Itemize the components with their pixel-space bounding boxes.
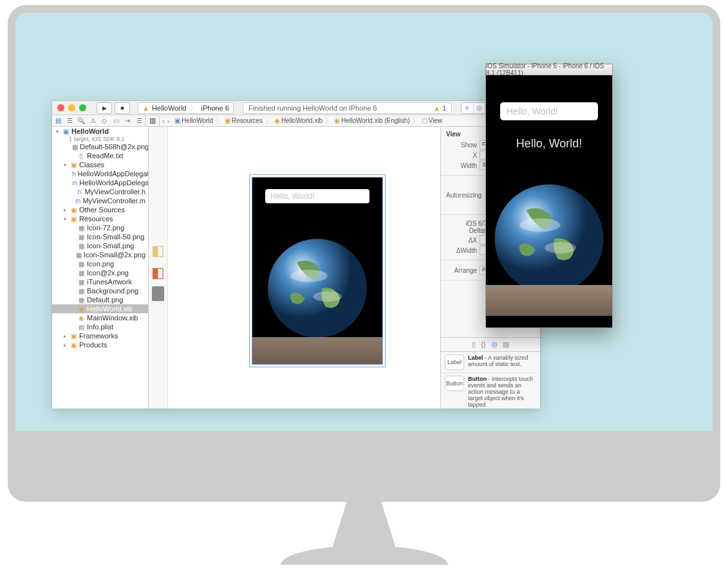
tree-item[interactable]: ▾▣Resources	[52, 214, 148, 223]
file-template-icon[interactable]: ▯	[472, 340, 476, 349]
zoom-button[interactable]	[79, 104, 86, 111]
library-tabs[interactable]: ▯ {} ◎ ▥	[441, 337, 540, 352]
symbol-navigator-icon[interactable]: ☰	[64, 115, 75, 126]
activity-status: Finished running HelloWorld on iPhone 6 …	[243, 102, 452, 114]
svg-point-5	[545, 242, 576, 253]
moon-surface	[252, 337, 382, 364]
tree-item[interactable]: mMyViewController.m	[52, 196, 148, 205]
code-snippet-icon[interactable]: {}	[481, 340, 485, 349]
issue-navigator-icon[interactable]: ⚠	[87, 115, 98, 126]
view-icon[interactable]: ▢	[152, 286, 164, 301]
simulator-textfield[interactable]: Hello, World!	[500, 102, 598, 120]
files-owner-icon[interactable]: ◧	[151, 243, 165, 259]
imac-frame: ▶ ■ ▲ HelloWorld 〉 iPhone 6 Finished run…	[0, 0, 728, 588]
project-navigator-icon[interactable]: ▤	[52, 115, 64, 126]
document-outline-strip[interactable]: ◧ ◧ ▢	[149, 127, 168, 409]
tree-item[interactable]: ▯ReadMe.txt	[52, 151, 148, 160]
svg-point-0	[268, 239, 367, 338]
stop-button[interactable]: ■	[115, 102, 130, 114]
warning-badge[interactable]: ▲ 1	[433, 104, 446, 112]
scheme-app: HelloWorld	[152, 104, 187, 112]
svg-point-3	[495, 185, 604, 293]
tree-item[interactable]: ▦Default-568h@2x.png	[52, 142, 148, 151]
tree-item[interactable]: ▤Info.plist	[52, 322, 148, 331]
tree-item[interactable]: ◉HelloWorld.xib	[52, 304, 148, 313]
object-library-icon[interactable]: ◎	[491, 340, 498, 349]
tree-item[interactable]: ▸▣Products	[52, 340, 148, 349]
project-root[interactable]: ▾ ▣ HelloWorld	[52, 127, 148, 136]
project-subtitle: 1 target, iOS SDK 8.1	[52, 136, 148, 142]
tree-item[interactable]: ◉MainWindow.xib	[52, 313, 148, 322]
library-item[interactable]: ButtonButton - Intercepts touch events a…	[441, 373, 540, 409]
xcode-titlebar: ▶ ■ ▲ HelloWorld 〉 iPhone 6 Finished run…	[52, 101, 540, 115]
navigator-selector[interactable]: ▤ ☰ 🔍 ⚠ ◇ ▭ ⇥ ☰	[52, 115, 145, 126]
tree-item[interactable]: hMyViewController.h	[52, 187, 148, 196]
xcode-window: ▶ ■ ▲ HelloWorld 〉 iPhone 6 Finished run…	[51, 100, 541, 409]
tree-item[interactable]: ▸▣Frameworks	[52, 331, 148, 340]
imac-chin	[8, 431, 720, 502]
media-library-icon[interactable]: ▥	[503, 340, 509, 349]
library-item[interactable]: LabelLabel - A variably sized amount of …	[441, 352, 540, 373]
simulator-label: Hello, World!	[486, 137, 612, 151]
scheme-destination: iPhone 6	[201, 104, 229, 112]
tab-strip: ▤ ☰ 🔍 ⚠ ◇ ▭ ⇥ ☰ ▥ ‹ › ▣HelloWorld〉 ▣Reso…	[52, 115, 540, 127]
svg-point-1	[290, 270, 328, 282]
report-navigator-icon[interactable]: ☰	[133, 115, 145, 126]
simulator-moon-surface	[486, 285, 612, 316]
tree-item[interactable]: ▦Background.png	[52, 286, 148, 295]
tree-item[interactable]: ▦iTunesArtwork	[52, 277, 148, 286]
tree-item[interactable]: ▦Icon@2x.png	[52, 268, 148, 277]
traffic-lights	[57, 104, 86, 111]
tree-item[interactable]: mHelloWorldAppDelegate.m	[52, 178, 148, 187]
tree-item[interactable]: ▾▣Classes	[52, 160, 148, 169]
debug-navigator-icon[interactable]: ▭	[110, 115, 122, 126]
run-button[interactable]: ▶	[97, 102, 112, 114]
tree-item[interactable]: ▦Icon-Small@2x.png	[52, 250, 148, 259]
simulator-earth-image	[492, 182, 606, 295]
earth-image	[266, 237, 369, 340]
object-library[interactable]: LabelLabel - A variably sized amount of …	[441, 352, 540, 409]
imac-stand	[281, 498, 448, 576]
project-navigator[interactable]: ▾ ▣ HelloWorld 1 target, iOS SDK 8.1 ▦De…	[52, 127, 149, 409]
imac-screen: ▶ ■ ▲ HelloWorld 〉 iPhone 6 Finished run…	[8, 5, 720, 436]
breakpoint-navigator-icon[interactable]: ⇥	[122, 115, 133, 126]
tree-item[interactable]: ▦Icon-Small-50.png	[52, 232, 148, 241]
warning-icon: ▲	[433, 104, 440, 112]
svg-point-4	[519, 218, 560, 232]
simulator-screen[interactable]: Hello, World! Hello, World!	[486, 75, 612, 327]
test-navigator-icon[interactable]: ◇	[98, 115, 110, 126]
tree-item[interactable]: ▦Default.png	[52, 295, 148, 304]
tree-item[interactable]: ▦Icon-72.png	[52, 223, 148, 232]
svg-point-2	[313, 291, 342, 302]
outline-toggle[interactable]: ▥	[145, 115, 160, 126]
tree-item[interactable]: ▦Icon-Small.png	[52, 241, 148, 250]
scheme-selector[interactable]: ▲ HelloWorld 〉 iPhone 6	[138, 102, 234, 114]
tree-item[interactable]: ▸▣Other Sources	[52, 205, 148, 214]
view-content[interactable]: Hello, World!	[252, 177, 383, 365]
tree-item[interactable]: hHelloWorldAppDelegate.h	[52, 169, 148, 178]
view-selection-frame[interactable]: Hello, World!	[249, 174, 386, 367]
textfield-placeholder[interactable]: Hello, World!	[265, 189, 369, 203]
jump-bar[interactable]: ▣HelloWorld〉 ▣Resources〉 ◉HelloWorld.xib…	[172, 115, 493, 126]
close-button[interactable]	[57, 104, 64, 111]
interface-builder-editor: ◧ ◧ ▢ Hello, World!	[149, 127, 440, 409]
simulator-title: iOS Simulator - iPhone 6 - iPhone 6 / iO…	[486, 64, 612, 75]
first-responder-icon[interactable]: ◧	[151, 264, 165, 281]
ios-simulator-window: iOS Simulator - iPhone 6 - iPhone 6 / iO…	[485, 64, 613, 328]
minimize-button[interactable]	[68, 104, 75, 111]
tree-item[interactable]: ▦Icon.png	[52, 259, 148, 268]
history-forward[interactable]: ›	[167, 117, 170, 125]
history-back[interactable]: ‹	[162, 117, 165, 125]
find-navigator-icon[interactable]: 🔍	[75, 115, 87, 126]
ib-canvas[interactable]: Hello, World!	[168, 127, 440, 409]
